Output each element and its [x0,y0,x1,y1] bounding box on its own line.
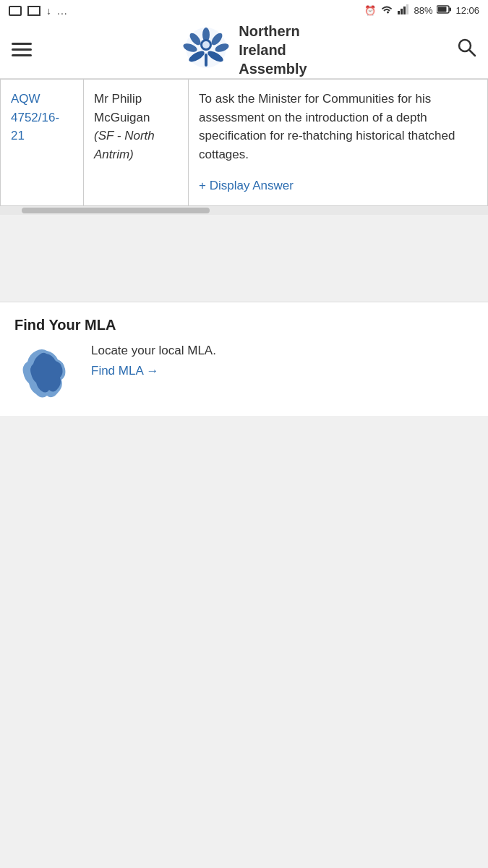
hamburger-line-3 [12,54,32,56]
svg-point-17 [202,41,210,48]
flipboard-icon [27,6,40,16]
find-mla-title: Find Your MLA [14,317,474,333]
content-gap [0,215,488,302]
ellipsis-icon: ... [57,5,68,17]
reference-cell: AQW 4752/16-21 [1,80,84,206]
image-icon [9,6,22,16]
alarm-icon: ⏰ [364,5,376,16]
status-left-icons: ↓ ... [9,5,68,17]
svg-rect-8 [205,54,207,67]
svg-rect-3 [406,4,408,14]
nia-logo-icon [181,26,231,73]
scrollbar-thumb[interactable] [22,208,210,213]
member-cell: Mr Philip McGuigan (SF - North Antrim) [84,80,189,206]
member-name-text: Mr Philip McGuigan (SF - North Antrim) [94,90,178,163]
hamburger-line-1 [12,43,32,45]
qa-table-wrapper: AQW 4752/16-21 Mr Philip McGuigan (SF - … [0,79,488,206]
site-title: Northern Ireland Assembly [239,22,307,78]
display-answer-link[interactable]: + Display Answer [199,176,477,195]
svg-point-18 [459,40,471,51]
svg-rect-6 [438,7,447,12]
hamburger-menu[interactable] [12,43,32,56]
find-mla-link[interactable]: Find MLA → [91,364,159,378]
question-text: To ask the Minister for Communities for … [199,92,455,161]
reference-link[interactable]: AQW 4752/16-21 [11,92,59,142]
status-bar: ↓ ... ⏰ 88% 12:0 [0,0,488,21]
question-cell: To ask the Minister for Communities for … [189,80,488,206]
battery-icon [437,5,451,16]
horizontal-scrollbar[interactable] [0,206,488,215]
signal-icon [398,4,409,17]
svg-rect-5 [450,8,452,12]
wifi-icon [380,4,393,17]
svg-rect-2 [403,7,406,14]
questions-table: AQW 4752/16-21 Mr Philip McGuigan (SF - … [0,79,488,206]
find-mla-section: Find Your MLA Locate your local MLA. Fin… [0,302,488,416]
battery-percentage: 88% [414,5,432,16]
member-party-text: (SF - North Antrim) [94,129,155,161]
search-button[interactable] [456,37,476,62]
find-mla-content: Locate your local MLA. Find MLA → [14,344,474,409]
site-header: Northern Ireland Assembly [0,21,488,79]
find-mla-description: Locate your local MLA. [91,344,474,358]
logo-area: Northern Ireland Assembly [181,22,307,78]
hamburger-line-2 [12,48,32,51]
time-display: 12:06 [455,5,479,16]
download-icon: ↓ [46,5,51,17]
find-mla-text: Locate your local MLA. Find MLA → [91,344,474,378]
table-row: AQW 4752/16-21 Mr Philip McGuigan (SF - … [1,80,488,206]
svg-line-19 [470,51,476,56]
svg-rect-0 [398,11,400,14]
svg-rect-1 [401,9,403,14]
status-right-info: ⏰ 88% 12:06 [364,4,479,17]
map-of-ireland-icon [14,344,80,409]
